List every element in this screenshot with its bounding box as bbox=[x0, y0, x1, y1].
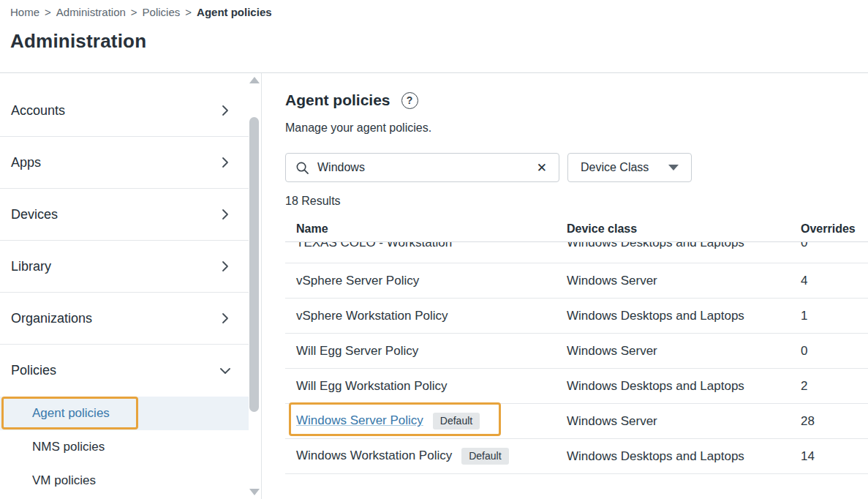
policy-device-class: Windows Server bbox=[567, 344, 801, 359]
breadcrumb-policies[interactable]: Policies bbox=[143, 6, 181, 18]
scroll-up-arrow-icon[interactable] bbox=[249, 77, 260, 83]
breadcrumb-separator: > bbox=[45, 6, 51, 18]
policy-name: Will Egg Server Policy bbox=[285, 344, 567, 359]
sidebar-subitem-nms-policies[interactable]: NMS policies bbox=[0, 430, 249, 464]
breadcrumb-current: Agent policies bbox=[197, 6, 272, 18]
table-row[interactable]: Will Egg Workstation Policy Windows Desk… bbox=[285, 368, 868, 403]
scroll-down-arrow-icon[interactable] bbox=[249, 489, 260, 495]
breadcrumb: Home > Administration > Policies > Agent… bbox=[10, 6, 868, 18]
policy-name: TEXAS COLO - Workstation bbox=[285, 241, 567, 250]
device-class-dropdown-label: Device Class bbox=[581, 161, 649, 174]
page-header: Home > Administration > Policies > Agent… bbox=[0, 0, 868, 73]
policy-overrides: 1 bbox=[801, 309, 868, 323]
chevron-right-icon bbox=[219, 312, 231, 324]
table-row[interactable]: Will Egg Server Policy Windows Server 0 bbox=[285, 333, 868, 368]
sidebar-subitem-vm-policies[interactable]: VM policies bbox=[0, 464, 249, 498]
policy-name: vSphere Workstation Policy bbox=[285, 309, 567, 323]
caret-down-icon bbox=[668, 165, 679, 170]
table-header-row: Name Device class Overrides bbox=[285, 216, 868, 241]
breadcrumb-separator: > bbox=[131, 6, 137, 18]
policy-overrides: 0 bbox=[801, 344, 868, 359]
administration-page: Home > Administration > Policies > Agent… bbox=[0, 0, 868, 499]
section-subtitle: Manage your agent policies. bbox=[285, 121, 868, 135]
sidebar-item-policies[interactable]: Policies bbox=[0, 345, 249, 397]
sidebar-item-label: Accounts bbox=[11, 103, 65, 119]
column-header-name[interactable]: Name bbox=[285, 222, 567, 236]
table-row[interactable]: vSphere Workstation Policy Windows Deskt… bbox=[285, 298, 868, 333]
chevron-right-icon bbox=[219, 209, 231, 220]
chevron-right-icon bbox=[219, 105, 231, 116]
table-bottom-border bbox=[285, 473, 868, 474]
policy-device-class: Windows Server bbox=[567, 414, 801, 429]
sidebar-item-devices[interactable]: Devices bbox=[0, 189, 249, 241]
policy-overrides: 14 bbox=[801, 449, 868, 464]
page-title: Administration bbox=[10, 30, 868, 53]
policy-device-class: Windows Desktops and Laptops bbox=[567, 449, 801, 464]
section-heading: Agent policies bbox=[285, 91, 390, 109]
column-header-device-class[interactable]: Device class bbox=[567, 222, 801, 236]
policy-name-link[interactable]: Windows Server Policy bbox=[296, 413, 423, 428]
device-class-dropdown[interactable]: Device Class bbox=[567, 153, 692, 182]
policy-device-class: Windows Desktops and Laptops bbox=[567, 309, 801, 323]
sidebar-item-accounts[interactable]: Accounts bbox=[0, 85, 249, 137]
sidebar-item-label: Policies bbox=[11, 363, 56, 378]
sidebar-scrollbar[interactable] bbox=[249, 73, 260, 499]
sidebar-item-apps[interactable]: Apps bbox=[0, 137, 249, 189]
policy-overrides: 2 bbox=[801, 379, 868, 394]
help-icon[interactable]: ? bbox=[401, 92, 418, 109]
sidebar-scrollbar-thumb[interactable] bbox=[249, 117, 259, 412]
agent-policies-panel: Agent policies ? Manage your agent polic… bbox=[262, 73, 868, 499]
breadcrumb-separator: > bbox=[185, 6, 192, 18]
sidebar-subitem-label: NMS policies bbox=[32, 440, 105, 454]
policy-device-class: Windows Desktops and Laptops bbox=[567, 241, 801, 250]
chevron-right-icon bbox=[219, 260, 231, 272]
sidebar-item-label: Devices bbox=[11, 207, 58, 222]
policy-overrides: 0 bbox=[801, 241, 868, 250]
policy-name: vSphere Server Policy bbox=[285, 274, 567, 288]
policy-overrides: 4 bbox=[801, 274, 868, 288]
policy-device-class: Windows Server bbox=[567, 274, 801, 288]
table-row-windows-server-policy[interactable]: Windows Server Policy Default Windows Se… bbox=[285, 403, 868, 438]
sidebar-subitem-label: Agent policies bbox=[32, 406, 110, 421]
search-input[interactable] bbox=[317, 161, 534, 174]
results-count: 18 Results bbox=[285, 195, 868, 208]
policy-overrides: 28 bbox=[801, 414, 868, 429]
chevron-right-icon bbox=[219, 157, 231, 168]
policy-device-class: Windows Desktops and Laptops bbox=[567, 379, 801, 394]
search-icon bbox=[295, 161, 309, 175]
policies-table: Name Device class Overrides TEXAS COLO -… bbox=[285, 216, 868, 474]
table-row[interactable]: Windows Workstation Policy Default Windo… bbox=[285, 438, 868, 473]
table-row-clipped[interactable]: TEXAS COLO - Workstation Windows Desktop… bbox=[285, 241, 868, 263]
table-row[interactable]: vSphere Server Policy Windows Server 4 bbox=[285, 263, 868, 298]
breadcrumb-home[interactable]: Home bbox=[10, 6, 39, 18]
column-header-overrides[interactable]: Overrides bbox=[801, 222, 868, 236]
search-box: ✕ bbox=[285, 153, 559, 182]
default-badge: Default bbox=[433, 413, 480, 429]
sidebar-item-organizations[interactable]: Organizations bbox=[0, 293, 249, 345]
policy-name: Windows Workstation Policy bbox=[296, 449, 452, 463]
sidebar-item-label: Apps bbox=[11, 155, 41, 170]
breadcrumb-administration[interactable]: Administration bbox=[56, 6, 126, 18]
sidebar-subitem-label: VM policies bbox=[32, 473, 96, 488]
sidebar-item-library[interactable]: Library bbox=[0, 241, 249, 293]
default-badge: Default bbox=[461, 448, 508, 465]
sidebar-item-label: Organizations bbox=[11, 311, 92, 326]
policy-name: Will Egg Workstation Policy bbox=[285, 379, 567, 394]
chevron-down-icon bbox=[219, 365, 231, 377]
sidebar-subitem-agent-policies[interactable]: Agent policies bbox=[0, 397, 249, 430]
clear-search-button[interactable]: ✕ bbox=[534, 160, 550, 176]
sidebar-item-label: Library bbox=[11, 259, 51, 274]
admin-sidebar: Accounts Apps Devices Library bbox=[0, 73, 262, 499]
